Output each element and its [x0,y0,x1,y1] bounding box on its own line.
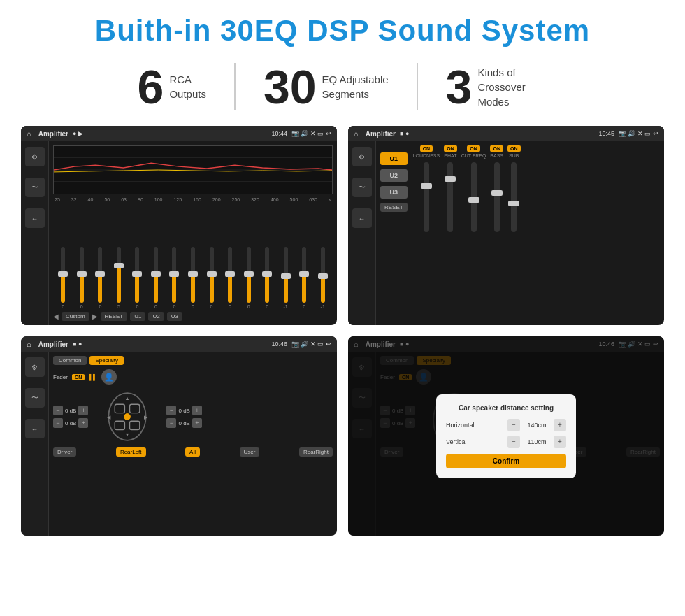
sub-slider[interactable] [511,162,517,232]
vol-minus-fl[interactable]: − [53,406,63,415]
svg-rect-6 [130,404,140,413]
phat-slider[interactable] [447,162,453,232]
u3-crossover[interactable]: U3 [380,186,408,199]
crossover-status-icons: 📷 🔊 ✕ ▭ ↩ [619,130,658,137]
sub-on[interactable]: ON [507,145,521,152]
vol-plus-fl[interactable]: + [78,406,88,415]
bass-slider[interactable] [494,162,500,232]
vertical-minus[interactable]: − [507,436,520,448]
vol-minus-rr[interactable]: − [166,418,176,428]
u1-crossover[interactable]: U1 [380,152,408,165]
copilot-btn[interactable]: RearRight [299,447,333,457]
eq-slider-0[interactable]: 0 [55,247,72,309]
cutfreq-on[interactable]: ON [467,145,480,152]
loudness-col: ON LOUDNESS [413,145,440,321]
speaker-content: ⚙ 〜 ↔ Common Specialty Fader ON ▌▌ 👤 [21,352,337,536]
eq-side-btn-1[interactable]: ⚙ [25,147,45,166]
loudness-on[interactable]: ON [420,145,433,152]
confirm-button[interactable]: Confirm [446,454,566,468]
eq-slider-11[interactable]: 0 [259,247,276,309]
bass-on[interactable]: ON [490,145,503,152]
speaker-status-bar: ⌂ Amplifier ■ ● 10:46 📷 🔊 ✕ ▭ ↩ [21,336,337,352]
svg-text:▶: ▶ [145,415,149,420]
reset-button[interactable]: RESET [101,312,128,321]
vol-minus-fr[interactable]: − [166,406,176,415]
speaker-side-btn-1[interactable]: ⚙ [25,357,45,377]
vol-val-rr: 0 dB [178,420,189,427]
eq-slider-4[interactable]: 0 [129,247,146,309]
eq-side-btn-3[interactable]: ↔ [25,208,45,228]
u2-crossover[interactable]: U2 [380,169,408,182]
crossover-side-btn-3[interactable]: ↔ [352,208,372,228]
speaker-app-name: Amplifier [38,341,68,348]
eq-slider-9[interactable]: 0 [222,247,239,309]
horizontal-plus[interactable]: + [554,419,566,431]
eq-dots: ● ▶ [73,130,83,137]
horizontal-label: Horizontal [446,422,475,429]
tab-common[interactable]: Common [53,356,87,365]
vertical-control: − 110cm + [507,436,566,448]
stat-label-rca: RCAOutputs [169,72,206,101]
eq-slider-14[interactable]: -1 [314,247,331,309]
home-icon: ⌂ [27,129,31,138]
eq-slider-2[interactable]: 0 [92,247,109,309]
speaker-side-btn-2[interactable]: 〜 [25,388,45,408]
all-btn[interactable]: RearLeft [116,447,146,457]
crossover-side-btn-2[interactable]: 〜 [352,178,372,197]
vol-plus-rr[interactable]: + [192,418,202,428]
home-icon-2: ⌂ [354,129,359,138]
vol-minus-rl[interactable]: − [53,418,63,428]
eq-slider-10[interactable]: 0 [240,247,257,309]
user-btn[interactable]: User [240,447,260,457]
profile-icon[interactable]: 👤 [101,369,117,385]
u3-button[interactable]: U3 [167,312,182,321]
home-icon-3: ⌂ [27,340,31,348]
eq-slider-5[interactable]: 0 [147,247,165,309]
rearleft-btn[interactable]: All [185,447,200,457]
speaker-layout: − 0 dB + − 0 dB + [53,389,333,445]
svg-point-9 [124,414,131,420]
bass-label: BASS [490,153,503,158]
prev-arrow[interactable]: ◀ [53,313,59,320]
vol-val-fl: 0 dB [65,408,76,414]
eq-app-name: Amplifier [38,130,68,138]
loudness-slider[interactable] [424,162,429,232]
eq-slider-7[interactable]: 0 [185,247,202,309]
crossover-side-btn-1[interactable]: ⚙ [352,147,372,166]
u2-button[interactable]: U2 [148,312,164,321]
vol-plus-rl[interactable]: + [78,418,88,428]
u1-button[interactable]: U1 [130,312,145,321]
speaker-side-controls: ⚙ 〜 ↔ [21,352,49,536]
fader-slider-mini: ▌▌ [89,374,96,380]
stat-label-crossover: Kinds ofCrossover Modes [477,65,547,109]
speaker-status-icons: 📷 🔊 ✕ ▭ ↩ [291,341,331,348]
phat-on[interactable]: ON [444,145,457,152]
tab-specialty[interactable]: Specialty [89,356,123,365]
eq-slider-12[interactable]: -1 [277,247,294,309]
vol-row-rr: − 0 dB + [166,418,201,428]
eq-slider-1[interactable]: 0 [73,247,91,309]
dialog-horizontal-row: Horizontal − 140cm + [446,419,566,431]
crossover-main-area: U1 U2 U3 RESET ON LOUDNESS [376,141,664,325]
driver-btn[interactable]: Driver [53,447,76,457]
fader-on[interactable]: ON [72,374,85,380]
speaker-tabs: Common Specialty [53,356,333,365]
stat-number-crossover: 3 [446,63,473,110]
vol-col-right: − 0 dB + − 0 dB + [166,406,201,428]
next-arrow[interactable]: ▶ [92,313,98,320]
eq-side-btn-2[interactable]: 〜 [25,178,45,197]
vol-plus-fr[interactable]: + [192,406,202,415]
vertical-plus[interactable]: + [554,436,566,448]
crossover-reset[interactable]: RESET [380,203,408,212]
eq-slider-8[interactable]: 0 [203,247,220,309]
stats-bar: 6 RCAOutputs 30 EQ AdjustableSegments 3 … [21,63,664,110]
svg-rect-5 [115,404,125,413]
eq-slider-3[interactable]: 5 [110,247,128,309]
horizontal-minus[interactable]: − [507,419,520,431]
vol-row-fr: − 0 dB + [166,406,201,415]
custom-button[interactable]: Custom [62,312,89,321]
cutfreq-slider[interactable] [471,162,477,232]
eq-slider-6[interactable]: 0 [166,247,183,309]
speaker-side-btn-3[interactable]: ↔ [25,419,45,438]
eq-slider-13[interactable]: 0 [296,247,313,309]
